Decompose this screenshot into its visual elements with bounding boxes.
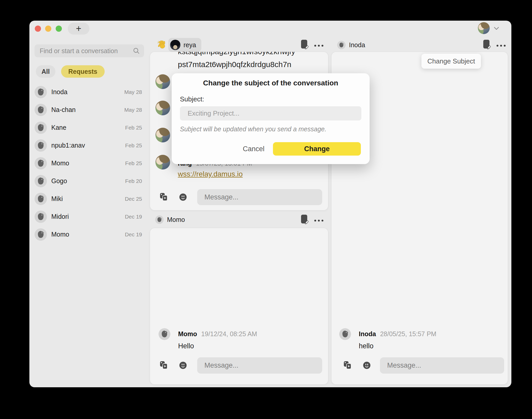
change-button[interactable]: Change (273, 142, 361, 156)
default-avatar-icon (35, 193, 47, 205)
message-text: Hello (178, 342, 194, 350)
message-sender: Inoda (359, 330, 376, 337)
conversation-date: Dec 19 (125, 214, 144, 220)
default-avatar-icon (159, 328, 170, 340)
search-icon (133, 47, 140, 54)
default-avatar-icon (35, 86, 47, 98)
zoom-window-button[interactable] (56, 26, 62, 32)
attach-media-icon[interactable] (160, 361, 168, 370)
emoji-icon[interactable] (179, 193, 187, 202)
filter-all-button[interactable]: All (36, 65, 55, 78)
search-placeholder: Find or start a conversation (40, 47, 133, 55)
conversation-date: Dec 25 (125, 196, 144, 202)
conversation-row[interactable]: Inoda May 28 (35, 83, 144, 101)
conversation-date: Feb 25 (125, 125, 144, 131)
conversation-name: Momo (51, 231, 69, 238)
message-text: hello (359, 342, 373, 350)
conversation-row[interactable]: npub1:anav Feb 25 (35, 136, 144, 154)
message-input[interactable]: Message... (197, 189, 322, 205)
subject-helper-text: Subject will be updated when you send a … (180, 125, 326, 133)
conversation-name: Na-chan (51, 106, 76, 114)
change-subject-tooltip: Change Subject (421, 54, 481, 69)
conversation-row[interactable]: Kane Feb 25 (35, 119, 144, 136)
relay-link[interactable]: wss://relay.damus.io (178, 170, 243, 178)
default-avatar-icon (35, 175, 47, 187)
reya-avatar (170, 40, 180, 50)
chat-title-momo[interactable]: Momo (167, 216, 185, 223)
subject-input[interactable]: Exciting Project... (180, 106, 361, 120)
npub-text-clipped: kstsqjqtmpag2iygn1wfs0ykzknwjfy (178, 52, 295, 56)
more-options-icon[interactable] (496, 43, 506, 48)
cancel-button[interactable]: Cancel (237, 142, 271, 156)
user-account-avatar[interactable] (478, 22, 490, 34)
default-avatar-icon (35, 228, 47, 241)
more-options-icon[interactable] (314, 218, 324, 223)
emoji-icon[interactable] (179, 361, 187, 370)
attach-media-icon[interactable] (160, 193, 168, 202)
default-avatar-icon (35, 139, 47, 152)
attach-media-icon[interactable] (344, 361, 352, 370)
default-avatar-icon (155, 215, 164, 224)
message-input[interactable]: Message... (380, 357, 504, 374)
note-edit-icon[interactable] (483, 39, 491, 52)
default-avatar-icon (339, 328, 351, 340)
default-avatar-icon (35, 104, 47, 116)
conversation-row[interactable]: Gogo Feb 20 (35, 172, 144, 190)
conversation-row[interactable]: Midori Dec 19 (35, 208, 144, 225)
waving-hand-icon (157, 40, 167, 51)
conversation-name: npub1:anav (51, 142, 85, 149)
conversation-name: Kane (51, 124, 66, 131)
conversation-row[interactable]: Momo Dec 19 (35, 225, 144, 243)
conversation-name: Gogo (51, 177, 67, 185)
conversation-date: May 28 (124, 89, 144, 95)
conversation-list: Inoda May 28 Na-chan May 28 Kane Feb 25 … (35, 83, 144, 243)
default-avatar-icon (35, 157, 47, 170)
conversation-row[interactable]: Na-chan May 28 (35, 101, 144, 119)
default-avatar-icon (337, 41, 346, 49)
subject-label: Subject: (180, 95, 204, 103)
message-sender: Momo (178, 330, 197, 337)
new-chat-button[interactable]: + (68, 23, 89, 35)
conversation-date: Feb 25 (125, 160, 144, 166)
minimize-window-button[interactable] (45, 26, 51, 32)
default-avatar-icon (35, 122, 47, 134)
conversation-date: Feb 25 (125, 142, 144, 149)
conversation-row[interactable]: Miki Dec 25 (35, 190, 144, 208)
more-options-icon[interactable] (314, 43, 324, 48)
search-input[interactable]: Find or start a conversation (35, 44, 144, 57)
change-subject-dialog: Change the subject of the conversation S… (172, 73, 370, 164)
rang-avatar (155, 74, 170, 89)
filter-requests-button[interactable]: Requests (61, 65, 105, 78)
conversation-date: May 28 (124, 107, 144, 113)
conversation-name: Midori (51, 213, 69, 220)
default-avatar-icon (35, 211, 47, 223)
emoji-icon[interactable] (363, 361, 371, 370)
message-timestamp: 28/05/25, 15:57 PM (380, 330, 436, 337)
chat-title-label: reya (184, 41, 196, 49)
note-edit-icon[interactable] (301, 214, 309, 227)
rang-avatar (155, 101, 170, 115)
message-input[interactable]: Message... (197, 357, 322, 374)
conversation-date: Feb 20 (125, 178, 144, 184)
npub-text: pst7mta2t6wpjh0qfzkdrdgu8ch7n (178, 60, 291, 69)
note-edit-icon[interactable] (301, 39, 309, 52)
conversation-row[interactable]: Momo Feb 25 (35, 154, 144, 172)
close-window-button[interactable] (35, 26, 41, 32)
chevron-down-icon[interactable] (493, 26, 500, 31)
app-window: + Find or start a conversation All Reque… (29, 21, 511, 387)
message-timestamp: 19/12/24, 08:25 AM (201, 330, 257, 337)
conversation-name: Inoda (51, 88, 68, 96)
conversation-date: Dec 19 (125, 231, 144, 238)
chat-title-inoda[interactable]: Inoda (349, 41, 365, 49)
dialog-title: Change the subject of the conversation (172, 79, 370, 87)
rang-avatar (155, 128, 170, 142)
conversation-name: Momo (51, 159, 69, 167)
chat-title-reya[interactable]: reya (168, 38, 201, 52)
chat-panel-momo: Momo19/12/24, 08:25 AM Hello Message... (150, 228, 328, 384)
conversation-name: Miki (51, 195, 63, 203)
rang-avatar (155, 155, 170, 170)
